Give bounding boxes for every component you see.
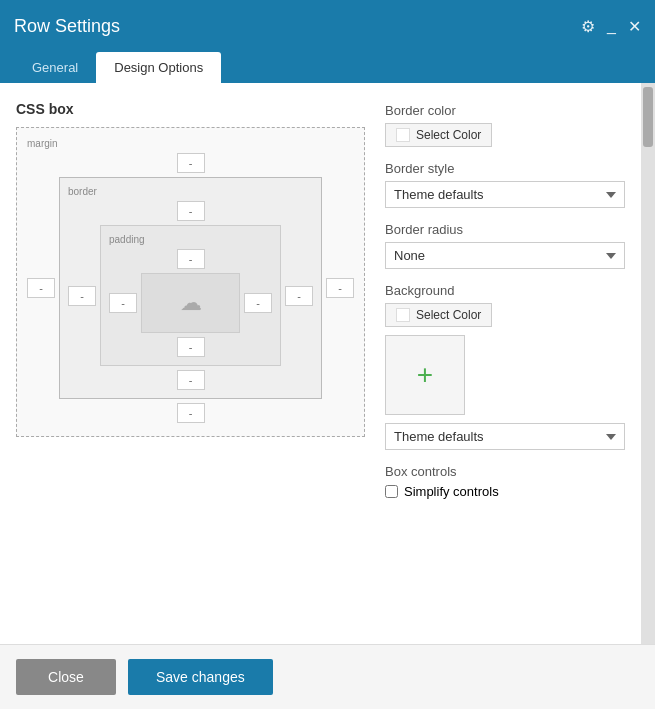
margin-label: margin bbox=[27, 138, 354, 149]
border-top-row: - bbox=[68, 201, 313, 221]
window: Row Settings ⚙ _ ✕ General Design Option… bbox=[0, 0, 655, 709]
background-group: Background Select Color + Theme defaults… bbox=[385, 283, 625, 450]
border-color-button[interactable]: Select Color bbox=[385, 123, 492, 147]
border-style-select[interactable]: Theme defaults None Solid Dashed Dotted bbox=[385, 181, 625, 208]
border-radius-select[interactable]: None Small Medium Large bbox=[385, 242, 625, 269]
css-box-title: CSS box bbox=[16, 101, 365, 117]
border-radius-label: Border radius bbox=[385, 222, 625, 237]
border-bottom-input[interactable]: - bbox=[177, 370, 205, 390]
background-image-area[interactable]: + bbox=[385, 335, 465, 415]
scrollbar[interactable] bbox=[641, 83, 655, 644]
padding-top-input[interactable]: - bbox=[177, 249, 205, 269]
minimize-icon[interactable]: _ bbox=[607, 17, 616, 35]
right-panel: Border color Select Color Border style T… bbox=[385, 101, 625, 626]
content-box: ☁ bbox=[141, 273, 240, 333]
simplify-controls-label: Simplify controls bbox=[404, 484, 499, 499]
main-panel: CSS box margin - - border - bbox=[0, 83, 641, 644]
css-box-section: CSS box margin - - border - bbox=[16, 101, 365, 626]
background-label: Background bbox=[385, 283, 625, 298]
css-box-container: margin - - border - bbox=[16, 127, 365, 437]
save-button[interactable]: Save changes bbox=[128, 659, 273, 695]
border-color-swatch bbox=[396, 128, 410, 142]
window-title: Row Settings bbox=[14, 16, 120, 37]
border-style-group: Border style Theme defaults None Solid D… bbox=[385, 161, 625, 208]
gear-icon[interactable]: ⚙ bbox=[581, 17, 595, 36]
margin-bottom-row: - bbox=[27, 403, 354, 423]
padding-right-input[interactable]: - bbox=[244, 293, 272, 313]
tabs-bar: General Design Options bbox=[0, 52, 655, 83]
box-controls-label: Box controls bbox=[385, 464, 625, 479]
padding-top-row: - bbox=[109, 249, 272, 269]
padding-box: padding - - ☁ - bbox=[100, 225, 281, 366]
border-left-input[interactable]: - bbox=[68, 286, 96, 306]
margin-middle-row: - border - - padding bbox=[27, 177, 354, 399]
margin-bottom-input[interactable]: - bbox=[177, 403, 205, 423]
border-color-label: Border color bbox=[385, 103, 625, 118]
border-style-label: Border style bbox=[385, 161, 625, 176]
scrollbar-thumb[interactable] bbox=[643, 87, 653, 147]
background-color-swatch bbox=[396, 308, 410, 322]
border-label: border bbox=[68, 186, 313, 197]
close-button[interactable]: Close bbox=[16, 659, 116, 695]
tab-general[interactable]: General bbox=[14, 52, 96, 83]
simplify-controls-row: Simplify controls bbox=[385, 484, 625, 499]
close-icon[interactable]: ✕ bbox=[628, 17, 641, 36]
padding-left-input[interactable]: - bbox=[109, 293, 137, 313]
border-right-input[interactable]: - bbox=[285, 286, 313, 306]
border-box: border - - padding - bbox=[59, 177, 322, 399]
padding-bottom-row: - bbox=[109, 337, 272, 357]
margin-top-row: - bbox=[27, 153, 354, 173]
padding-middle-row: - ☁ - bbox=[109, 273, 272, 333]
background-color-button[interactable]: Select Color bbox=[385, 303, 492, 327]
border-color-group: Border color Select Color bbox=[385, 103, 625, 147]
border-bottom-row: - bbox=[68, 370, 313, 390]
margin-top-input[interactable]: - bbox=[177, 153, 205, 173]
margin-left-input[interactable]: - bbox=[27, 278, 55, 298]
simplify-controls-checkbox[interactable] bbox=[385, 485, 398, 498]
footer: Close Save changes bbox=[0, 644, 655, 709]
border-top-input[interactable]: - bbox=[177, 201, 205, 221]
title-bar: Row Settings ⚙ _ ✕ bbox=[0, 0, 655, 52]
bg-style-select[interactable]: Theme defaults Cover Contain Auto bbox=[385, 423, 625, 450]
content-area: CSS box margin - - border - bbox=[0, 83, 655, 644]
border-radius-group: Border radius None Small Medium Large bbox=[385, 222, 625, 269]
box-controls-group: Box controls Simplify controls bbox=[385, 464, 625, 499]
tab-design-options[interactable]: Design Options bbox=[96, 52, 221, 83]
border-middle-row: - padding - - bbox=[68, 225, 313, 366]
padding-label: padding bbox=[109, 234, 272, 245]
content-icon: ☁ bbox=[180, 290, 202, 316]
margin-right-input[interactable]: - bbox=[326, 278, 354, 298]
add-bg-image-icon: + bbox=[417, 361, 433, 389]
window-controls: ⚙ _ ✕ bbox=[581, 17, 641, 36]
padding-bottom-input[interactable]: - bbox=[177, 337, 205, 357]
